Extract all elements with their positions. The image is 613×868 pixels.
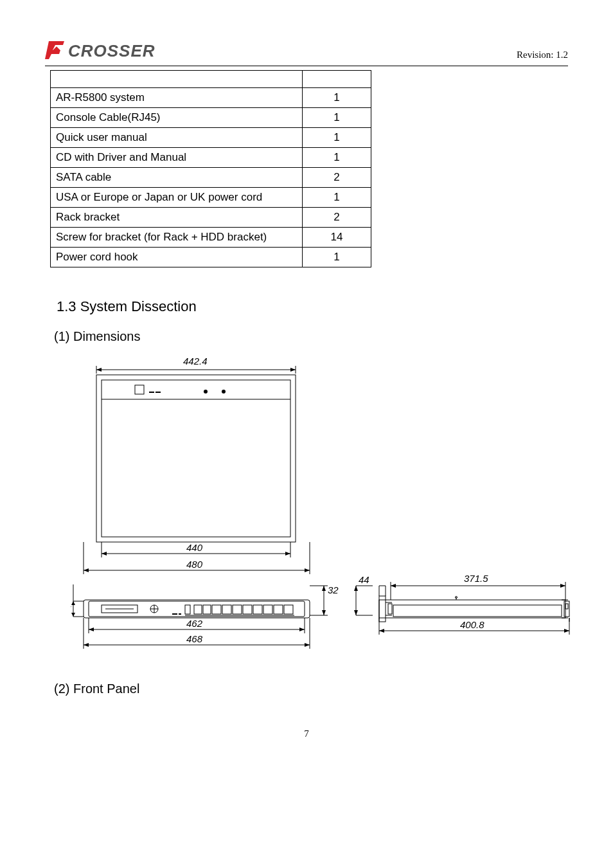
svg-rect-80	[379, 600, 565, 618]
svg-rect-38	[194, 605, 202, 614]
svg-rect-43	[243, 605, 252, 614]
packing-list-table: AR-R5800 system1 Console Cable(RJ45)1 Qu…	[50, 70, 371, 267]
revision-label: Revision: 1.2	[517, 50, 568, 62]
svg-rect-46	[274, 605, 283, 614]
subsection-front-panel: (2) Front Panel	[54, 682, 568, 696]
svg-rect-44	[253, 605, 262, 614]
table-row: Power cord hook1	[51, 248, 371, 267]
svg-rect-9	[102, 380, 290, 537]
svg-text:480: 480	[186, 559, 203, 570]
table-row: Quick user manual1	[51, 128, 371, 148]
svg-marker-96	[391, 584, 396, 588]
table-row: USA or Europe or Japan or UK power cord1	[51, 188, 371, 208]
svg-text:44: 44	[359, 574, 369, 585]
table-row: SATA cable2	[51, 168, 371, 188]
svg-marker-71	[84, 643, 89, 647]
svg-rect-8	[96, 375, 296, 542]
svg-rect-37	[185, 605, 190, 614]
svg-marker-20	[285, 552, 290, 556]
svg-marker-5	[96, 368, 102, 372]
svg-rect-10	[135, 385, 144, 394]
table-row: Rack bracket2	[51, 208, 371, 228]
svg-rect-12	[155, 392, 161, 393]
page-number: 7	[45, 728, 568, 739]
svg-marker-26	[305, 568, 310, 572]
svg-marker-102	[379, 629, 384, 633]
svg-marker-51	[71, 613, 75, 617]
table-row: Console Cable(RJ45)1	[51, 108, 371, 128]
table-row: CD with Driver and Manual1	[51, 148, 371, 168]
svg-rect-45	[263, 605, 272, 614]
svg-rect-42	[233, 605, 242, 614]
svg-marker-103	[564, 629, 569, 633]
header-divider	[45, 66, 568, 66]
svg-rect-84	[388, 604, 392, 614]
table-row: AR-R5800 system1	[51, 88, 371, 108]
svg-text:442.4: 442.4	[183, 356, 208, 366]
svg-marker-6	[290, 368, 296, 372]
svg-marker-76	[354, 610, 358, 615]
svg-marker-72	[305, 643, 310, 647]
subsection-dimensions: (1) Dimensions	[54, 329, 568, 344]
svg-rect-41	[222, 605, 231, 614]
svg-text:CROSSER: CROSSER	[68, 41, 155, 60]
svg-rect-40	[212, 605, 221, 614]
svg-text:371.5: 371.5	[464, 573, 488, 584]
dimensions-diagram: 442.4 440 480	[71, 353, 568, 664]
svg-marker-65	[89, 628, 94, 631]
svg-text:440: 440	[186, 542, 203, 553]
svg-marker-25	[84, 568, 89, 572]
svg-marker-75	[354, 586, 358, 591]
svg-text:32: 32	[328, 584, 339, 595]
svg-text:468: 468	[186, 633, 203, 644]
svg-rect-87	[393, 605, 562, 617]
svg-rect-91	[565, 604, 568, 609]
svg-rect-11	[149, 392, 154, 393]
svg-rect-39	[203, 605, 211, 614]
svg-text:462: 462	[186, 618, 203, 629]
svg-point-14	[222, 390, 226, 393]
svg-text:7: 7	[71, 604, 71, 615]
svg-marker-57	[322, 586, 326, 591]
brand-logo: CROSSER	[45, 39, 173, 62]
svg-marker-97	[560, 584, 565, 588]
svg-rect-47	[284, 605, 293, 614]
table-row: Screw for bracket (for Rack + HDD bracke…	[51, 228, 371, 248]
svg-text:400.8: 400.8	[460, 619, 484, 630]
svg-marker-58	[322, 610, 326, 615]
section-heading: 1.3 System Dissection	[57, 298, 568, 315]
svg-marker-50	[71, 601, 75, 605]
svg-point-13	[204, 390, 208, 393]
svg-marker-19	[102, 552, 107, 556]
svg-marker-66	[299, 628, 305, 631]
